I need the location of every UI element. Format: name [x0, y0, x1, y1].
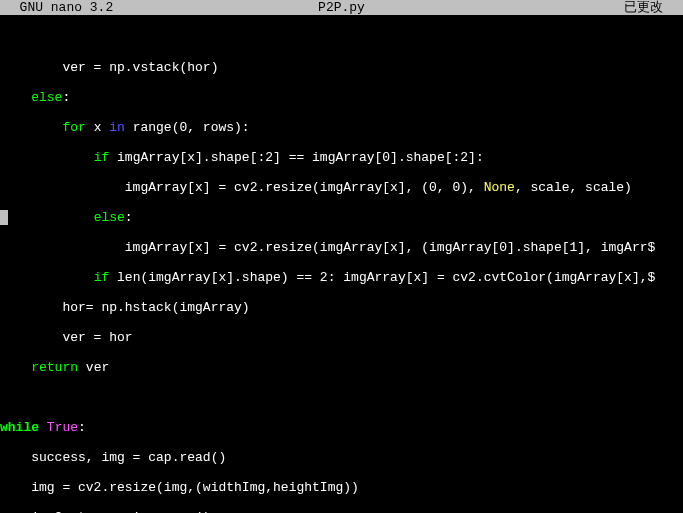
modified-status: 已更改	[624, 0, 679, 15]
cursor	[0, 210, 8, 225]
code-line	[0, 30, 683, 45]
code-line: while True:	[0, 420, 683, 435]
editor-area[interactable]: ver = np.vstack(hor) else: for x in rang…	[0, 15, 683, 513]
file-name: P2P.py	[318, 0, 365, 15]
code-line: else:	[0, 210, 683, 225]
code-line: else:	[0, 90, 683, 105]
code-line: img = cv2.resize(img,(widthImg,heightImg…	[0, 480, 683, 495]
app-name: GNU nano 3.2	[4, 0, 113, 15]
code-line: imgArray[x] = cv2.resize(imgArray[x], (i…	[0, 240, 683, 255]
code-line: return ver	[0, 360, 683, 375]
code-line: ver = hor	[0, 330, 683, 345]
code-line: if len(imgArray[x].shape) == 2: imgArray…	[0, 270, 683, 285]
code-line	[0, 390, 683, 405]
code-line: success, img = cap.read()	[0, 450, 683, 465]
code-line: ver = np.vstack(hor)	[0, 60, 683, 75]
titlebar: GNU nano 3.2 P2P.py 已更改	[0, 0, 683, 15]
code-line: for x in range(0, rows):	[0, 120, 683, 135]
code-line: imgArray[x] = cv2.resize(imgArray[x], (0…	[0, 180, 683, 195]
code-line: if imgArray[x].shape[:2] == imgArray[0].…	[0, 150, 683, 165]
code-line: hor= np.hstack(imgArray)	[0, 300, 683, 315]
